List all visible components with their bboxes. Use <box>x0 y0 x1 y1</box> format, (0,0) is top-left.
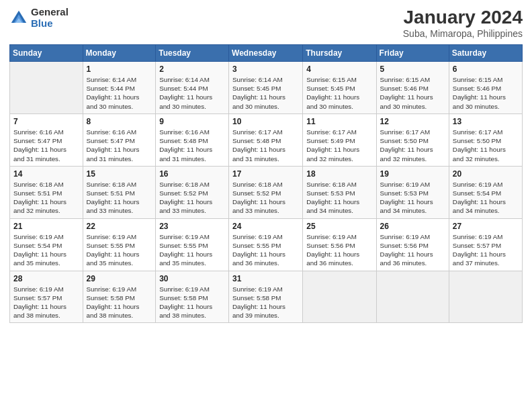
calendar-cell: 18Sunrise: 6:18 AM Sunset: 5:53 PM Dayli… <box>303 166 376 218</box>
day-header-thursday: Thursday <box>303 45 376 62</box>
cell-day-number: 18 <box>306 169 372 179</box>
cell-day-number: 11 <box>306 117 372 126</box>
calendar-cell: 12Sunrise: 6:17 AM Sunset: 5:50 PM Dayli… <box>376 113 449 166</box>
cell-day-number: 5 <box>380 64 445 74</box>
calendar-table: SundayMondayTuesdayWednesdayThursdayFrid… <box>9 44 523 323</box>
cell-day-number: 27 <box>453 222 519 231</box>
cell-info: Sunrise: 6:15 AM Sunset: 5:46 PM Dayligh… <box>453 75 519 111</box>
cell-info: Sunrise: 6:18 AM Sunset: 5:51 PM Dayligh… <box>87 180 152 216</box>
cell-info: Sunrise: 6:19 AM Sunset: 5:53 PM Dayligh… <box>380 180 445 216</box>
calendar-title: January 2024 <box>403 7 523 28</box>
day-header-monday: Monday <box>83 45 156 62</box>
cell-info: Sunrise: 6:19 AM Sunset: 5:56 PM Dayligh… <box>380 232 445 268</box>
day-header-saturday: Saturday <box>449 45 522 62</box>
calendar-week-4: 21Sunrise: 6:19 AM Sunset: 5:54 PM Dayli… <box>10 218 523 271</box>
day-header-tuesday: Tuesday <box>156 45 229 62</box>
calendar-cell: 7Sunrise: 6:16 AM Sunset: 5:47 PM Daylig… <box>10 113 83 166</box>
cell-day-number: 21 <box>13 222 79 231</box>
cell-info: Sunrise: 6:18 AM Sunset: 5:52 PM Dayligh… <box>159 180 225 216</box>
cell-day-number: 7 <box>13 117 79 126</box>
cell-info: Sunrise: 6:14 AM Sunset: 5:45 PM Dayligh… <box>232 75 299 111</box>
cell-info: Sunrise: 6:14 AM Sunset: 5:44 PM Dayligh… <box>87 75 152 111</box>
cell-day-number: 1 <box>87 64 152 74</box>
cell-info: Sunrise: 6:19 AM Sunset: 5:54 PM Dayligh… <box>13 232 79 268</box>
cell-info: Sunrise: 6:19 AM Sunset: 5:55 PM Dayligh… <box>232 232 299 268</box>
calendar-cell: 19Sunrise: 6:19 AM Sunset: 5:53 PM Dayli… <box>376 166 449 218</box>
cell-info: Sunrise: 6:15 AM Sunset: 5:46 PM Dayligh… <box>380 75 445 111</box>
calendar-cell <box>10 62 83 114</box>
calendar-cell: 31Sunrise: 6:19 AM Sunset: 5:58 PM Dayli… <box>229 271 303 323</box>
calendar-week-1: 1Sunrise: 6:14 AM Sunset: 5:44 PM Daylig… <box>10 62 523 114</box>
calendar-cell: 11Sunrise: 6:17 AM Sunset: 5:49 PM Dayli… <box>303 113 376 166</box>
cell-info: Sunrise: 6:19 AM Sunset: 5:58 PM Dayligh… <box>159 285 225 320</box>
logo-general: General <box>31 7 69 18</box>
cell-info: Sunrise: 6:19 AM Sunset: 5:57 PM Dayligh… <box>453 232 519 268</box>
cell-day-number: 28 <box>13 274 79 283</box>
calendar-cell: 26Sunrise: 6:19 AM Sunset: 5:56 PM Dayli… <box>376 218 449 271</box>
calendar-cell: 17Sunrise: 6:18 AM Sunset: 5:52 PM Dayli… <box>229 166 303 218</box>
calendar-cell: 14Sunrise: 6:18 AM Sunset: 5:51 PM Dayli… <box>10 166 83 218</box>
cell-info: Sunrise: 6:18 AM Sunset: 5:51 PM Dayligh… <box>13 180 79 216</box>
cell-day-number: 8 <box>87 117 152 126</box>
calendar-cell: 21Sunrise: 6:19 AM Sunset: 5:54 PM Dayli… <box>10 218 83 271</box>
cell-day-number: 16 <box>159 169 225 179</box>
cell-info: Sunrise: 6:17 AM Sunset: 5:48 PM Dayligh… <box>232 128 299 163</box>
calendar-cell: 10Sunrise: 6:17 AM Sunset: 5:48 PM Dayli… <box>229 113 303 166</box>
cell-day-number: 20 <box>453 169 519 179</box>
cell-day-number: 26 <box>380 222 445 231</box>
calendar-cell: 30Sunrise: 6:19 AM Sunset: 5:58 PM Dayli… <box>156 271 229 323</box>
cell-day-number: 12 <box>380 117 445 126</box>
calendar-cell: 25Sunrise: 6:19 AM Sunset: 5:56 PM Dayli… <box>303 218 376 271</box>
calendar-cell <box>449 271 522 323</box>
calendar-cell: 24Sunrise: 6:19 AM Sunset: 5:55 PM Dayli… <box>229 218 303 271</box>
cell-info: Sunrise: 6:19 AM Sunset: 5:58 PM Dayligh… <box>87 285 152 320</box>
calendar-cell: 29Sunrise: 6:19 AM Sunset: 5:58 PM Dayli… <box>83 271 156 323</box>
calendar-cell: 23Sunrise: 6:19 AM Sunset: 5:55 PM Dayli… <box>156 218 229 271</box>
cell-day-number: 15 <box>87 169 152 179</box>
calendar-week-5: 28Sunrise: 6:19 AM Sunset: 5:57 PM Dayli… <box>10 271 523 323</box>
calendar-cell: 28Sunrise: 6:19 AM Sunset: 5:57 PM Dayli… <box>10 271 83 323</box>
logo-icon <box>9 9 28 28</box>
cell-info: Sunrise: 6:19 AM Sunset: 5:58 PM Dayligh… <box>232 285 299 320</box>
logo-text: General Blue <box>31 7 69 29</box>
cell-day-number: 9 <box>159 117 225 126</box>
cell-info: Sunrise: 6:18 AM Sunset: 5:53 PM Dayligh… <box>306 180 372 216</box>
cell-info: Sunrise: 6:18 AM Sunset: 5:52 PM Dayligh… <box>232 180 299 216</box>
day-header-friday: Friday <box>376 45 449 62</box>
calendar-cell: 6Sunrise: 6:15 AM Sunset: 5:46 PM Daylig… <box>449 62 522 114</box>
cell-day-number: 31 <box>232 274 299 283</box>
day-header-sunday: Sunday <box>10 45 83 62</box>
calendar-cell: 22Sunrise: 6:19 AM Sunset: 5:55 PM Dayli… <box>83 218 156 271</box>
cell-day-number: 13 <box>453 117 519 126</box>
page-container: General Blue January 2024 Suba, Mimaropa… <box>0 0 532 330</box>
calendar-cell <box>376 271 449 323</box>
header: General Blue January 2024 Suba, Mimaropa… <box>9 7 523 39</box>
cell-day-number: 29 <box>87 274 152 283</box>
cell-info: Sunrise: 6:17 AM Sunset: 5:49 PM Dayligh… <box>306 128 372 163</box>
cell-day-number: 4 <box>306 64 372 74</box>
cell-day-number: 30 <box>159 274 225 283</box>
calendar-cell: 1Sunrise: 6:14 AM Sunset: 5:44 PM Daylig… <box>83 62 156 114</box>
cell-day-number: 10 <box>232 117 299 126</box>
calendar-week-2: 7Sunrise: 6:16 AM Sunset: 5:47 PM Daylig… <box>10 113 523 166</box>
calendar-cell: 13Sunrise: 6:17 AM Sunset: 5:50 PM Dayli… <box>449 113 522 166</box>
cell-info: Sunrise: 6:19 AM Sunset: 5:57 PM Dayligh… <box>13 285 79 320</box>
calendar-cell: 20Sunrise: 6:19 AM Sunset: 5:54 PM Dayli… <box>449 166 522 218</box>
cell-day-number: 14 <box>13 169 79 179</box>
logo-blue: Blue <box>31 18 69 30</box>
cell-info: Sunrise: 6:14 AM Sunset: 5:44 PM Dayligh… <box>159 75 225 111</box>
cell-info: Sunrise: 6:19 AM Sunset: 5:54 PM Dayligh… <box>453 180 519 216</box>
cell-info: Sunrise: 6:17 AM Sunset: 5:50 PM Dayligh… <box>380 128 445 163</box>
calendar-cell: 5Sunrise: 6:15 AM Sunset: 5:46 PM Daylig… <box>376 62 449 114</box>
cell-day-number: 2 <box>159 64 225 74</box>
cell-info: Sunrise: 6:16 AM Sunset: 5:47 PM Dayligh… <box>87 128 152 163</box>
cell-info: Sunrise: 6:19 AM Sunset: 5:56 PM Dayligh… <box>306 232 372 268</box>
cell-day-number: 25 <box>306 222 372 231</box>
cell-day-number: 6 <box>453 64 519 74</box>
calendar-header-row: SundayMondayTuesdayWednesdayThursdayFrid… <box>10 45 523 62</box>
cell-day-number: 17 <box>232 169 299 179</box>
cell-day-number: 3 <box>232 64 299 74</box>
calendar-cell: 27Sunrise: 6:19 AM Sunset: 5:57 PM Dayli… <box>449 218 522 271</box>
calendar-cell: 2Sunrise: 6:14 AM Sunset: 5:44 PM Daylig… <box>156 62 229 114</box>
day-header-wednesday: Wednesday <box>229 45 303 62</box>
